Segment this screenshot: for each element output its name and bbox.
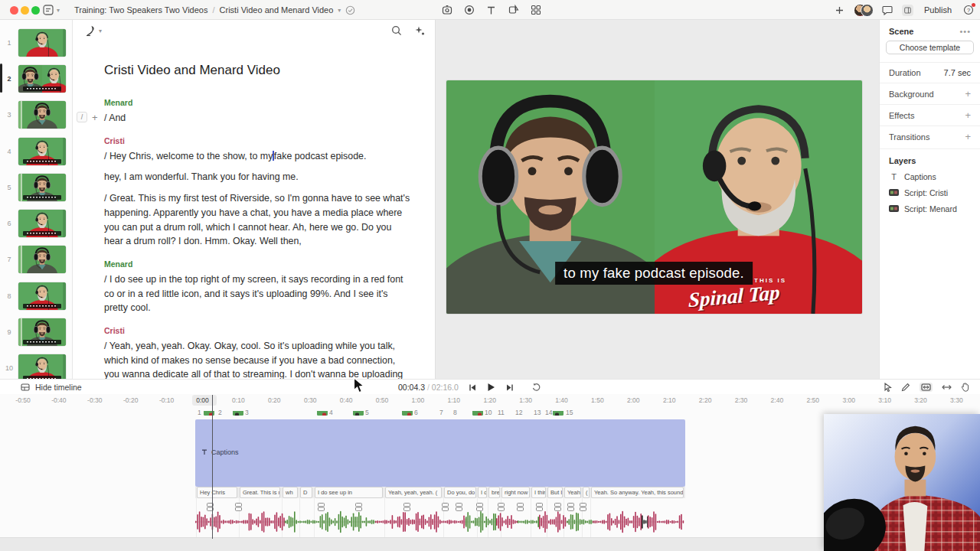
clip-segment[interactable]: I thir — [531, 487, 546, 498]
playhead[interactable] — [212, 395, 213, 539]
skip-back-button[interactable] — [469, 383, 477, 392]
scene-item[interactable]: 10 — [0, 350, 72, 379]
skip-forward-button[interactable] — [505, 383, 514, 392]
scene-item[interactable]: 8 — [0, 278, 72, 314]
timeline-scene-number[interactable]: 8 — [453, 409, 457, 416]
clip-segment[interactable]: I d — [478, 487, 487, 498]
publish-button[interactable]: Publish — [922, 5, 954, 15]
clip-segment[interactable]: Yeah. So anyway. Yeah, this sounds like.… — [591, 487, 684, 498]
loop-button[interactable] — [531, 383, 541, 392]
timeline-scene-number[interactable]: 10 — [485, 409, 492, 416]
speaker-label[interactable]: Menard — [104, 98, 412, 107]
hide-timeline-button[interactable]: Hide timeline — [21, 380, 82, 395]
timeline-scene-number[interactable]: 4 — [329, 409, 333, 416]
write-mode-icon[interactable] — [84, 25, 96, 37]
timeline-scene-thumbnail[interactable] — [353, 408, 364, 416]
write-mode-chevron-icon[interactable]: ▾ — [99, 28, 102, 34]
speaker-label[interactable]: Cristi — [104, 326, 412, 335]
scene-item[interactable]: 2 — [0, 60, 72, 96]
timeline-scene-thumbnail[interactable] — [472, 408, 483, 416]
scene-item[interactable]: 7 — [0, 242, 72, 278]
app-menu-chevron-icon[interactable]: ▾ — [57, 7, 60, 14]
timeline-scene-number[interactable]: 7 — [439, 409, 443, 416]
breadcrumb-document[interactable]: Cristi Video and Menard Video — [220, 5, 334, 15]
scene-thumbnail[interactable] — [18, 318, 66, 346]
document-title[interactable]: Cristi Video and Menard Video — [104, 63, 435, 78]
scene-thumbnail[interactable] — [18, 210, 66, 237]
timeline-scene-number[interactable]: 11 — [498, 409, 505, 416]
horizontal-scroll-icon[interactable] — [942, 384, 952, 390]
timeline-scene-thumbnail[interactable] — [317, 408, 328, 416]
toggle-panel-icon[interactable] — [902, 5, 913, 16]
captions-track-block[interactable]: Captions — [195, 419, 685, 487]
scene-item[interactable]: 3 — [0, 97, 72, 133]
app-logo-icon[interactable] — [43, 5, 54, 15]
add-icon[interactable]: + — [965, 89, 971, 99]
scene-item[interactable]: 1 — [0, 24, 72, 60]
minimize-window-button[interactable] — [21, 6, 29, 15]
scene-thumbnail[interactable] — [18, 354, 66, 379]
clip-segment[interactable]: right now — [501, 487, 530, 498]
transcript-paragraph[interactable]: / Great. This is my first test of Rivers… — [104, 191, 412, 249]
slash-command-button[interactable]: / — [77, 112, 87, 122]
add-content-button[interactable]: + — [92, 112, 98, 122]
inspector-row-duration[interactable]: Duration7.7 sec — [880, 62, 980, 83]
help-button[interactable]: ? — [962, 5, 974, 16]
scene-thumbnail[interactable] — [18, 138, 66, 165]
timeline-scene-number[interactable]: 1 — [198, 409, 201, 416]
clip-segment[interactable]: wh — [283, 487, 298, 498]
clip-segment[interactable]: D — [300, 487, 312, 498]
caption-overlay[interactable]: to my fake podcast episode. — [555, 262, 753, 285]
timeline-scene-number[interactable]: 6 — [414, 409, 418, 416]
inspector-row-transitions[interactable]: Transitions+ — [880, 126, 980, 147]
layer-item[interactable]: Script: Menard — [880, 201, 980, 217]
record-icon[interactable] — [463, 5, 475, 16]
clip-segment[interactable]: Yeah, — [564, 487, 581, 498]
clip-segment[interactable]: Great. This is m — [240, 487, 280, 498]
timeline-scene-number[interactable]: 14 — [545, 409, 552, 416]
play-button[interactable] — [487, 383, 495, 392]
layer-item[interactable]: TCaptions — [880, 168, 980, 184]
comments-icon[interactable] — [882, 5, 893, 16]
scene-thumbnail[interactable] — [18, 29, 66, 57]
add-icon[interactable]: + — [965, 110, 971, 120]
inspector-row-background[interactable]: Background+ — [880, 83, 980, 104]
add-collaborator-icon[interactable] — [834, 5, 845, 16]
transcript-paragraph[interactable]: /+/ And — [104, 111, 412, 126]
transcript-paragraph[interactable]: / I do see up in the top right of my scr… — [104, 272, 412, 315]
scene-item[interactable]: 9 — [0, 314, 72, 350]
shapes-icon[interactable] — [508, 5, 519, 16]
speaker-label[interactable]: Menard — [104, 259, 412, 269]
sync-status-icon[interactable] — [345, 5, 355, 15]
pointer-tool-icon[interactable] — [884, 383, 892, 392]
timeline-scene-thumbnail[interactable] — [553, 408, 564, 416]
scene-thumbnail[interactable] — [18, 174, 66, 201]
document-chevron-icon[interactable]: ▾ — [338, 7, 341, 14]
clip-segment[interactable]: ( — [583, 487, 590, 498]
clip-segment[interactable]: Yeah, yeah, yeah. ( — [385, 487, 442, 498]
timeline-scene-number[interactable]: 5 — [365, 409, 369, 416]
inspector-row-effects[interactable]: Effects+ — [880, 104, 980, 126]
add-icon[interactable]: + — [965, 132, 971, 142]
timeline-scene-number[interactable]: 12 — [515, 409, 522, 416]
speaker-label[interactable]: Cristi — [104, 136, 412, 145]
close-window-button[interactable] — [10, 6, 18, 15]
hand-tool-icon[interactable] — [961, 383, 969, 392]
timeline-scene-number[interactable]: 2 — [218, 409, 222, 416]
choose-template-button[interactable]: Choose template — [886, 41, 974, 54]
scene-item[interactable]: 5 — [0, 169, 72, 205]
timeline-scene-thumbnail[interactable] — [233, 408, 243, 416]
scene-thumbnail[interactable] — [18, 65, 66, 93]
clip-segment[interactable]: bre — [488, 487, 500, 498]
clip-segment[interactable]: But I — [547, 487, 563, 498]
ai-actions-icon[interactable] — [414, 25, 425, 36]
layer-item[interactable]: Script: Cristi — [880, 184, 980, 201]
scene-thumbnail[interactable] — [18, 101, 66, 129]
clip-segment[interactable]: Hey Chris — [197, 487, 237, 498]
transcript-paragraph[interactable]: / Yeah, yeah, yeah. Okay. Okay, cool. So… — [104, 339, 412, 379]
timeline-scene-thumbnail[interactable] — [402, 408, 413, 416]
edit-tool-icon[interactable] — [901, 383, 910, 392]
timeline-scene-number[interactable]: 3 — [245, 409, 249, 416]
zoom-window-button[interactable] — [31, 6, 40, 15]
breadcrumb-project[interactable]: Training: Two Speakers Two Videos — [74, 5, 207, 15]
